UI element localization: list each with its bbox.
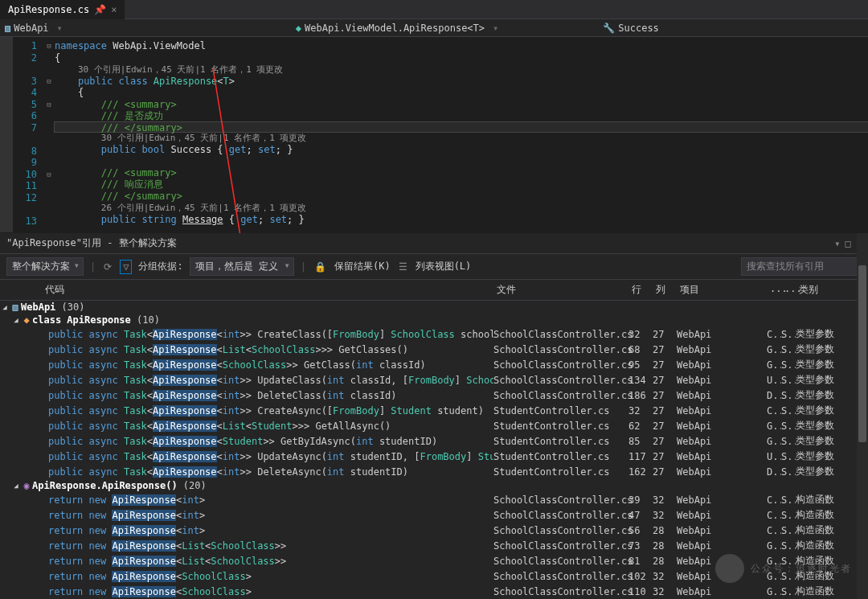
close-icon[interactable]: × — [111, 4, 117, 15]
keep-results-label: 保留结果(K) — [334, 260, 391, 273]
reference-row[interactable]: public async Task<ApiResponse<int>> Dele… — [0, 464, 868, 479]
scrollbar[interactable] — [857, 233, 868, 599]
col-dots1[interactable]: ... — [767, 281, 781, 298]
panel-title-bar: "ApiResponse"引用 - 整个解决方案 ▾ □ × — [0, 233, 868, 254]
find-references-panel: "ApiResponse"引用 - 整个解决方案 ▾ □ × 整个解决方案 | … — [0, 233, 868, 599]
list-icon[interactable]: ☰ — [397, 260, 409, 274]
reference-row[interactable]: public async Task<ApiResponse<int>> Upda… — [0, 449, 868, 464]
tab-bar: ApiResponse.cs 📌 × — [0, 0, 868, 19]
pin-icon[interactable]: 📌 — [94, 4, 106, 15]
reference-row[interactable]: public async Task<ApiResponse<int>> Dele… — [0, 388, 868, 403]
panel-title: "ApiResponse"引用 - 整个解决方案 — [6, 236, 177, 250]
watermark: 公众号：追逐时光者 — [715, 554, 852, 583]
reference-row[interactable]: public async Task<ApiResponse<List<Stude… — [0, 418, 868, 433]
crumb-project[interactable]: ▧WebApi — [5, 23, 49, 34]
scrollbar-thumb[interactable] — [858, 265, 866, 442]
reference-row[interactable]: return new ApiResponse<int>SchoolClassCo… — [0, 492, 868, 507]
col-dots2[interactable]: ... — [781, 281, 796, 298]
csharp-icon: ▧ — [5, 23, 10, 34]
tree-group[interactable]: ◢◉ApiResponse.ApiResponse() (20) — [0, 479, 868, 492]
reference-row[interactable]: return new ApiResponse<int>SchoolClassCo… — [0, 523, 868, 538]
fold-gutter[interactable]: ⊟⊟⊟⊟ — [43, 37, 55, 232]
col-line[interactable]: 行 — [628, 281, 653, 298]
crumb-sep: ▾ — [493, 23, 498, 34]
reference-row[interactable]: public async Task<ApiResponse<int>> Crea… — [0, 326, 868, 342]
lock-icon[interactable]: 🔒 — [313, 260, 328, 274]
reference-row[interactable]: return new ApiResponse<SchoolClass>Schoo… — [0, 584, 868, 599]
watermark-icon — [715, 554, 744, 583]
group-label: 分组依据: — [138, 260, 182, 273]
crumb-sep: ▾ — [57, 23, 63, 34]
search-input[interactable]: 搜索查找所有引用 — [741, 257, 862, 276]
code-area[interactable]: namespace WebApi.ViewModel{ 30 个引用|Edwin… — [55, 37, 868, 232]
grid-header: 代码 文件 行 列 项目 ... ... 类别 — [0, 280, 868, 301]
window-dropdown-icon[interactable]: ▾ — [834, 238, 840, 249]
filter-icon[interactable]: ▽ — [120, 260, 132, 274]
class-icon: ◆ — [296, 23, 301, 34]
reference-row[interactable]: public async Task<ApiResponse<Student>> … — [0, 433, 868, 449]
col-proj[interactable]: 项目 — [677, 281, 767, 298]
col-kind[interactable]: 类别 — [796, 281, 844, 298]
panel-toolbar: 整个解决方案 | ⟳ ▽ 分组依据: 项目，然后是 定义 | 🔒保留结果(K) … — [0, 254, 868, 280]
tree-project[interactable]: ◢▧WebApi (30) — [0, 301, 868, 314]
scope-select[interactable]: 整个解决方案 — [6, 257, 84, 276]
tree-group[interactable]: ◢◆class ApiResponse (10) — [0, 314, 868, 326]
separator: | — [90, 261, 96, 273]
tab-label: ApiResponse.cs — [8, 4, 89, 15]
window-maximize-icon[interactable]: □ — [845, 238, 851, 249]
code-editor[interactable]: 12345678910111213 ⊟⊟⊟⊟ namespace WebApi.… — [0, 37, 868, 232]
line-gutter: 12345678910111213 — [13, 37, 43, 232]
refresh-icon[interactable]: ⟳ — [102, 260, 113, 274]
crumb-class[interactable]: ◆WebApi.ViewModel.ApiResponse<T> — [296, 23, 485, 34]
separator: | — [301, 261, 306, 273]
file-tab[interactable]: ApiResponse.cs 📌 × — [0, 0, 125, 19]
col-file[interactable]: 文件 — [493, 281, 628, 298]
list-view-label: 列表视图(L) — [416, 260, 472, 273]
reference-row[interactable]: return new ApiResponse<List<SchoolClass>… — [0, 538, 868, 553]
margin-glyph — [0, 37, 13, 232]
breadcrumb: ▧WebApi ▾ ◆WebApi.ViewModel.ApiResponse<… — [0, 19, 868, 37]
reference-row[interactable]: return new ApiResponse<int>SchoolClassCo… — [0, 507, 868, 523]
reference-row[interactable]: public async Task<ApiResponse<SchoolClas… — [0, 357, 868, 372]
reference-row[interactable]: public async Task<ApiResponse<int>> Upda… — [0, 372, 868, 388]
group-select[interactable]: 项目，然后是 定义 — [190, 257, 294, 276]
crumb-member[interactable]: 🔧Success — [603, 23, 659, 34]
wrench-icon: 🔧 — [603, 23, 615, 34]
reference-row[interactable]: public async Task<ApiResponse<int>> Crea… — [0, 403, 868, 418]
col-code[interactable]: 代码 — [0, 281, 493, 298]
col-col[interactable]: 列 — [653, 281, 677, 298]
reference-row[interactable]: public async Task<ApiResponse<List<Schoo… — [0, 342, 868, 357]
